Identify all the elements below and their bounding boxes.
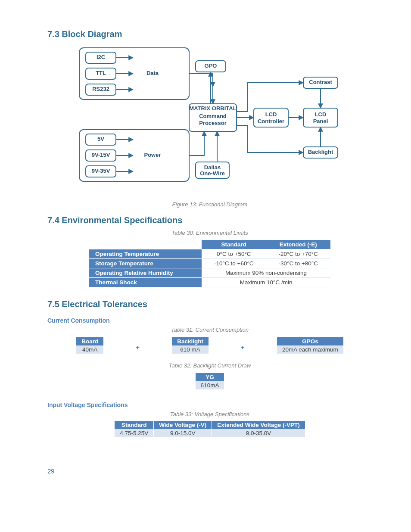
node-i2c: I2C: [97, 54, 106, 60]
node-lcdp-l2: Panel: [313, 118, 328, 124]
plus-icon: +: [241, 344, 245, 351]
node-9v15: 9V-15V: [92, 152, 110, 158]
table-row: Operating Relative Humidity Maximum 90% …: [89, 268, 330, 278]
subheading-cc: Current Consumption: [47, 317, 372, 324]
env-col-standard: Standard: [202, 240, 266, 249]
volt-h2: Wide Voltage (-V): [154, 421, 212, 429]
block-diagram: I2C TTL RS232 Data 5V 9V-15V 9V-35V Powe…: [75, 44, 342, 199]
node-lcdp-l1: LCD: [315, 111, 327, 118]
node-proc-brand: MATRIX ORBITAL: [189, 105, 236, 112]
page-number: 29: [47, 467, 372, 475]
node-dallas-l1: Dallas: [204, 164, 221, 171]
cc-backlight-h: Backlight: [172, 337, 209, 345]
heading-env: 7.4 Environmental Specifications: [47, 215, 372, 225]
table-current-consumption: Board 40mA + Backlight 610 mA + GPOs 20m…: [47, 336, 372, 358]
table-row: Storage Temperature -10°C to +60°C -30°C…: [89, 259, 330, 268]
volt-v1: 4.75-5.25V: [115, 429, 154, 437]
node-ttl: TTL: [96, 70, 106, 76]
table-environmental: Standard Extended (-E) Operating Tempera…: [89, 240, 330, 287]
table-row: Thermal Shock Maximum 10°C /min: [89, 278, 330, 287]
subheading-iv: Input Voltage Specifications: [47, 401, 372, 408]
env-col-extended: Extended (-E): [266, 240, 330, 249]
caption-table32: Table 32: Backlight Current Draw: [47, 362, 372, 369]
table-row: Operating Temperature 0°C to +50°C -20°C…: [89, 249, 330, 259]
cc-gpos-v: 20mA each maximum: [277, 345, 343, 354]
node-dallas-l2: One-Wire: [200, 170, 225, 177]
heading-elec: 7.5 Electrical Tolerances: [47, 299, 372, 309]
node-5v: 5V: [97, 136, 104, 142]
caption-table31: Table 31: Current Consumption: [47, 327, 372, 333]
cc-board-v: 40mA: [76, 345, 103, 354]
caption-fig13: Figure 13: Functional Diagram: [47, 201, 372, 208]
node-gpo: GPO: [205, 62, 217, 69]
heading-block-diagram: 7.3 Block Diagram: [47, 29, 372, 39]
volt-v3: 9.0-35.0V: [212, 429, 305, 437]
node-rs232: RS232: [92, 86, 109, 92]
caption-table33: Table 33: Voltage Specifications: [47, 411, 372, 417]
cc-board-h: Board: [76, 337, 103, 345]
node-proc-l2: Processor: [199, 120, 227, 126]
label-data: Data: [146, 70, 159, 76]
label-power: Power: [144, 152, 161, 158]
bl-v: 610mA: [196, 381, 224, 389]
table-backlight-draw: YG 610mA: [47, 372, 372, 394]
page: 7.3 Block Diagram I2C TTL RS232 Data: [0, 0, 411, 492]
cc-backlight-v: 610 mA: [172, 345, 209, 354]
node-lcdc-l1: LCD: [265, 111, 277, 118]
volt-h3: Extended Wide Voltage (-VPT): [212, 421, 305, 429]
plus-icon: +: [136, 344, 140, 351]
node-proc-l1: Command: [199, 113, 227, 119]
node-9v35: 9V-35V: [92, 168, 110, 174]
table-voltage: Standard Wide Voltage (-V) Extended Wide…: [115, 421, 305, 437]
node-backlight: Backlight: [308, 149, 333, 155]
cc-gpos-h: GPOs: [277, 337, 343, 345]
bl-h: YG: [196, 373, 224, 381]
caption-table30: Table 30: Environmental Limits: [47, 230, 372, 236]
node-lcdc-l2: Controller: [258, 118, 284, 124]
node-contrast: Contrast: [309, 79, 332, 85]
volt-v2: 9.0-15.0V: [154, 429, 212, 437]
volt-h1: Standard: [115, 421, 154, 429]
